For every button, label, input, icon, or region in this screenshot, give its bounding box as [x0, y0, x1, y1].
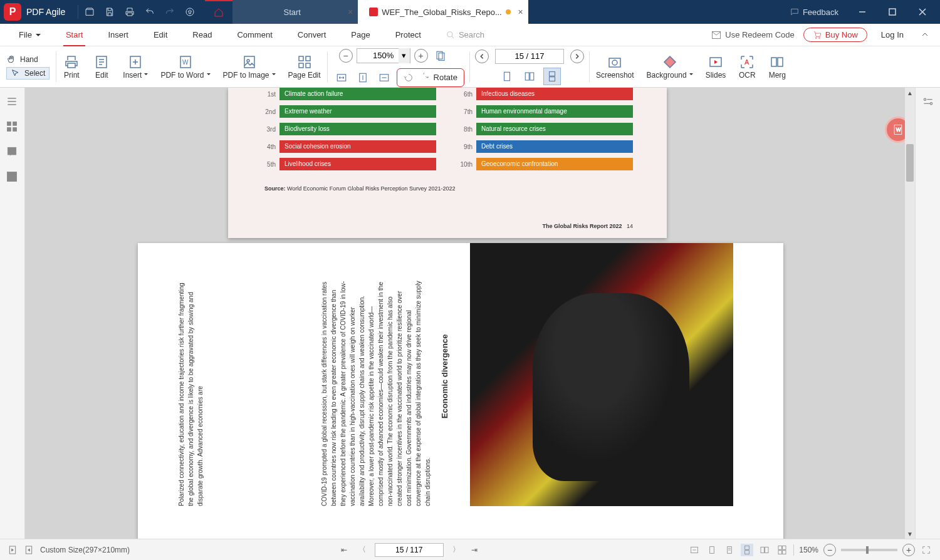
page-edit-button[interactable]: Page Edit	[282, 46, 327, 87]
menu-page[interactable]: Page	[340, 24, 381, 46]
pdf-to-word-button[interactable]: WPDF to Word	[154, 46, 216, 87]
two-page-cont-view-icon[interactable]	[776, 544, 788, 556]
svg-rect-25	[549, 76, 555, 81]
continuous-icon[interactable]	[543, 68, 561, 85]
svg-rect-55	[783, 550, 786, 554]
home-icon[interactable]	[180, 0, 200, 24]
zoom-out-button[interactable]: −	[823, 544, 836, 556]
zoom-slider[interactable]	[841, 549, 897, 551]
print-button[interactable]: Print	[56, 46, 86, 87]
close-icon[interactable]: ×	[348, 7, 353, 17]
merge-button[interactable]: Merg	[762, 46, 792, 87]
page-input[interactable]	[375, 543, 444, 557]
menu-comment[interactable]: Comment	[226, 24, 283, 46]
page-size-next-icon[interactable]	[24, 545, 34, 555]
menu-start[interactable]: Start	[55, 24, 94, 46]
search-panel-icon[interactable]	[6, 170, 19, 184]
scroll-thumb[interactable]	[906, 144, 914, 182]
svg-rect-52	[778, 546, 781, 549]
menu-edit[interactable]: Edit	[142, 24, 179, 46]
undo-icon[interactable]	[140, 0, 160, 24]
redeem-code-button[interactable]: Use Redeem Code	[711, 30, 795, 40]
menu-insert[interactable]: Insert	[97, 24, 140, 46]
search-box[interactable]: Search	[446, 30, 484, 39]
zoom-value[interactable]: 150%▾	[357, 48, 410, 63]
scroll-down-icon[interactable]: ▼	[905, 529, 915, 539]
rotate-right-icon[interactable]	[419, 73, 429, 83]
ribbon: Hand Select Print Edit Insert WPDF to Wo…	[0, 46, 940, 88]
continuous-view-icon[interactable]	[741, 544, 753, 556]
menu-bar: File Start Insert Edit Read Comment Conv…	[0, 24, 940, 46]
maximize-button[interactable]	[879, 0, 906, 24]
hand-tool[interactable]: Hand	[6, 54, 38, 65]
actual-size-icon[interactable]	[375, 69, 393, 86]
fit-width-view-icon[interactable]	[688, 544, 701, 556]
tab-document[interactable]: WEF_The_Global_Risks_Repo... ×	[358, 0, 528, 24]
insert-button[interactable]: Insert	[117, 46, 154, 87]
settings-icon[interactable]	[922, 95, 934, 110]
open-icon[interactable]	[80, 0, 100, 24]
background-button[interactable]: Background	[640, 46, 699, 87]
collapse-ribbon-icon[interactable]	[917, 29, 932, 41]
next-page-button[interactable]	[570, 49, 584, 63]
first-page-button[interactable]: ⇤	[338, 546, 350, 554]
feedback-button[interactable]: Feedback	[783, 8, 846, 17]
login-button[interactable]: Log In	[876, 30, 909, 39]
rank-row: 5thLivelihood crises	[262, 158, 436, 170]
page-size-prev-icon[interactable]	[8, 545, 18, 555]
svg-rect-46	[710, 546, 714, 553]
print-icon[interactable]	[120, 0, 140, 24]
screenshot-button[interactable]: Screenshot	[590, 46, 640, 87]
body-text: COVID-19 prompted a global recession, bu…	[320, 281, 426, 506]
svg-point-4	[815, 37, 817, 38]
edit-button[interactable]: Edit	[86, 46, 117, 87]
fit-width-icon[interactable]	[333, 69, 350, 86]
two-page-view-icon[interactable]	[758, 544, 771, 556]
zoom-out-button[interactable]: −	[339, 49, 353, 63]
menu-convert[interactable]: Convert	[286, 24, 338, 46]
thumbnails-icon[interactable]	[6, 120, 19, 134]
prev-page-button[interactable]: 〈	[356, 544, 368, 555]
prev-page-button[interactable]	[475, 49, 489, 63]
zoom-in-button[interactable]: +	[414, 49, 428, 63]
rank-row: 6thInfectious diseases	[459, 88, 633, 100]
minimize-button[interactable]	[849, 0, 876, 24]
next-page-button[interactable]: 〉	[450, 544, 462, 555]
single-page-icon[interactable]	[498, 68, 516, 85]
outline-icon[interactable]	[6, 95, 19, 109]
menu-protect[interactable]: Protect	[384, 24, 432, 46]
left-sidebar	[0, 88, 25, 539]
vertical-scrollbar[interactable]: ▲ ▼	[905, 88, 915, 539]
redo-icon[interactable]	[160, 0, 180, 24]
svg-point-27	[612, 60, 617, 65]
menu-read[interactable]: Read	[181, 24, 223, 46]
scroll-up-icon[interactable]: ▲	[905, 88, 915, 98]
slides-button[interactable]: Slides	[699, 46, 733, 87]
save-icon[interactable]	[100, 0, 120, 24]
rotate-left-icon[interactable]	[404, 73, 414, 83]
two-page-icon[interactable]	[521, 68, 538, 85]
close-button[interactable]	[909, 0, 936, 24]
single-page-view-icon[interactable]	[723, 544, 736, 556]
zoom-in-button[interactable]: +	[902, 544, 915, 556]
fullscreen-icon[interactable]	[920, 544, 932, 556]
tab-start-label: Start	[284, 8, 301, 17]
menu-file[interactable]: File	[8, 24, 52, 46]
document-canvas[interactable]: 1stClimate action failure2ndExtreme weat…	[25, 88, 915, 539]
tab-start[interactable]: Start ×	[232, 0, 358, 24]
page-indicator[interactable]: 15 / 117	[495, 49, 564, 64]
pdf-to-image-button[interactable]: PDF to Image	[217, 46, 282, 87]
buy-now-button[interactable]: Buy Now	[803, 28, 867, 42]
close-icon[interactable]: ×	[518, 7, 523, 17]
tab-home[interactable]	[205, 0, 232, 24]
fit-page-icon[interactable]	[432, 47, 449, 65]
fit-page-view-icon[interactable]	[706, 544, 718, 556]
tabstrip: Start × WEF_The_Global_Risks_Repo... ×	[205, 0, 783, 24]
ocr-button[interactable]: AOCR	[732, 46, 762, 87]
annotations-icon[interactable]	[6, 145, 19, 159]
page-size-label: Custom Size(297×210mm)	[40, 546, 130, 554]
fit-height-icon[interactable]	[354, 69, 372, 86]
last-page-button[interactable]: ⇥	[469, 546, 480, 554]
rotate-label[interactable]: Rotate	[434, 73, 457, 82]
select-tool[interactable]: Select	[6, 67, 50, 80]
